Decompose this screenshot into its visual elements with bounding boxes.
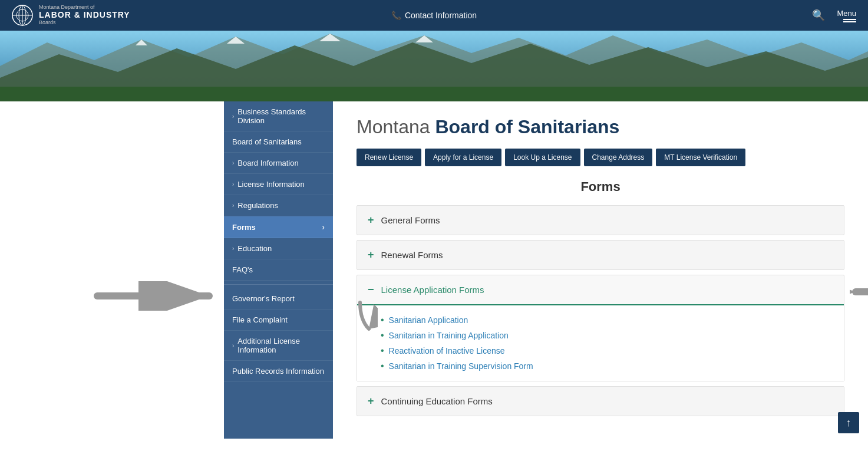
- page-title: Montana Board of Sanitarians: [357, 116, 844, 138]
- sidebar-item-label: Education: [237, 244, 272, 253]
- chevron-icon: ›: [232, 343, 234, 349]
- sidebar-item-label: Board of Sanitarians: [232, 137, 302, 146]
- lookup-license-button[interactable]: Look Up a License: [505, 149, 580, 166]
- sidebar-item-additional-license[interactable]: › Additional License Information: [224, 331, 333, 361]
- supervision-form-link[interactable]: Sanitarian in Training Supervision Form: [389, 361, 533, 371]
- action-buttons: Renew License Apply for a License Look U…: [357, 149, 844, 166]
- sidebar-item-board-information[interactable]: › Board Information: [224, 153, 333, 174]
- chevron-icon: ›: [232, 202, 234, 209]
- sub-arrow: [348, 299, 378, 337]
- contact-label: Contact Information: [405, 11, 477, 20]
- license-app-header[interactable]: − License Application Forms: [357, 275, 844, 305]
- general-forms-header[interactable]: + General Forms: [357, 206, 844, 235]
- renew-license-button[interactable]: Renew License: [357, 149, 421, 166]
- menu-button[interactable]: Menu: [837, 9, 856, 22]
- apply-license-button[interactable]: Apply for a License: [425, 149, 501, 166]
- expand-icon: +: [368, 395, 374, 407]
- sidebar-item-business-standards[interactable]: › Business Standards Division: [224, 101, 333, 131]
- expand-icon: +: [368, 214, 374, 226]
- sidebar-item-file-complaint[interactable]: File a Complaint: [224, 310, 333, 331]
- license-app-label: License Application Forms: [381, 285, 484, 295]
- sidebar-item-label: Additional License Information: [237, 337, 325, 354]
- renewal-forms-header[interactable]: + Renewal Forms: [357, 241, 844, 269]
- header-right-controls: 🔍 Menu: [812, 9, 856, 22]
- sidebar-item-board-sanitarians[interactable]: Board of Sanitarians: [224, 131, 333, 153]
- arrow-to-license-app: [850, 280, 868, 305]
- sidebar: › Business Standards Division Board of S…: [224, 101, 333, 439]
- continuing-ed-header[interactable]: + Continuing Education Forms: [357, 387, 844, 416]
- general-forms-label: General Forms: [381, 215, 440, 225]
- title-bold: Board of Sanitarians: [435, 116, 619, 137]
- sidebar-item-education[interactable]: › Education: [224, 238, 333, 259]
- left-space: [0, 101, 224, 439]
- logo-icon: [12, 5, 33, 26]
- phone-icon: 📞: [391, 11, 401, 20]
- sidebar-divider: [224, 284, 333, 285]
- hero-banner: [0, 31, 868, 101]
- logo-text: Montana Department of LABOR & INDUSTRY B…: [39, 5, 130, 25]
- sidebar-item-governors-report[interactable]: Governor's Report: [224, 288, 333, 310]
- scroll-top-button[interactable]: ↑: [838, 412, 859, 433]
- menu-icon-line1: [843, 19, 856, 20]
- contact-info[interactable]: 📞 Contact Information: [391, 11, 477, 20]
- main-content: Montana Board of Sanitarians Renew Licen…: [333, 101, 868, 439]
- license-app-links: • Sanitarian Application • Sanitarian in…: [357, 305, 844, 381]
- section-title: Forms: [357, 179, 844, 195]
- chevron-icon: ›: [232, 113, 234, 120]
- main-layout: › Business Standards Division Board of S…: [0, 101, 868, 439]
- menu-icon-line2: [843, 21, 856, 22]
- bullet-icon: •: [381, 361, 384, 371]
- sanitarian-app-item: • Sanitarian Application: [381, 312, 833, 328]
- sanitarian-app-link[interactable]: Sanitarian Application: [389, 315, 468, 325]
- logo-labor: LABOR & INDUSTRY: [39, 11, 130, 19]
- sidebar-item-regulations[interactable]: › Regulations: [224, 195, 333, 216]
- sidebar-item-label: Governor's Report: [232, 294, 295, 303]
- logo-boards: Boards: [39, 20, 130, 26]
- sidebar-item-label: Forms: [232, 223, 256, 232]
- svg-rect-12: [0, 87, 868, 101]
- arrow-to-forms: [91, 281, 221, 313]
- main-header: Montana Department of LABOR & INDUSTRY B…: [0, 0, 868, 31]
- change-address-button[interactable]: Change Address: [584, 149, 653, 166]
- sidebar-item-label: License Information: [237, 180, 304, 189]
- mt-verify-button[interactable]: MT License Verification: [656, 149, 745, 166]
- sidebar-active-indicator: ›: [322, 222, 325, 232]
- sidebar-item-label: Board Information: [237, 159, 298, 167]
- expand-icon: +: [368, 249, 374, 261]
- sidebar-item-label: Regulations: [237, 201, 278, 210]
- chevron-icon: ›: [232, 160, 234, 166]
- reactivation-item: • Reactivation of Inactive License: [381, 343, 833, 358]
- sidebar-item-label: Business Standards Division: [237, 107, 325, 125]
- renewal-forms-label: Renewal Forms: [381, 250, 443, 260]
- license-app-section: − License Application Forms: [357, 275, 844, 381]
- sidebar-item-license-information[interactable]: › License Information: [224, 174, 333, 195]
- title-normal: Montana: [357, 116, 430, 137]
- renewal-forms-section: + Renewal Forms: [357, 240, 844, 270]
- bullet-icon: •: [381, 345, 384, 356]
- scroll-top-icon: ↑: [846, 417, 852, 429]
- chevron-icon: ›: [232, 181, 234, 187]
- reactivation-link[interactable]: Reactivation of Inactive License: [389, 346, 505, 355]
- sidebar-item-label: FAQ's: [232, 265, 253, 274]
- sanitarian-training-link[interactable]: Sanitarian in Training Application: [389, 331, 509, 340]
- sanitarian-training-item: • Sanitarian in Training Application: [381, 328, 833, 343]
- continuing-ed-section: + Continuing Education Forms: [357, 386, 844, 416]
- search-icon[interactable]: 🔍: [812, 9, 825, 22]
- sidebar-item-public-records[interactable]: Public Records Information: [224, 361, 333, 382]
- mountain-svg: [0, 31, 868, 101]
- continuing-ed-label: Continuing Education Forms: [381, 396, 493, 406]
- supervision-form-item: • Sanitarian in Training Supervision For…: [381, 358, 833, 374]
- site-logo[interactable]: Montana Department of LABOR & INDUSTRY B…: [12, 5, 130, 26]
- sidebar-item-forms[interactable]: Forms ›: [224, 216, 333, 238]
- menu-label: Menu: [837, 9, 856, 18]
- collapse-icon: −: [368, 284, 374, 296]
- sidebar-item-label: File a Complaint: [232, 315, 288, 324]
- sidebar-item-faqs[interactable]: FAQ's: [224, 259, 333, 281]
- bullet-icon: •: [381, 315, 384, 325]
- bullet-icon: •: [381, 330, 384, 341]
- general-forms-section: + General Forms: [357, 205, 844, 235]
- sidebar-item-label: Public Records Information: [232, 367, 324, 376]
- chevron-icon: ›: [232, 245, 234, 252]
